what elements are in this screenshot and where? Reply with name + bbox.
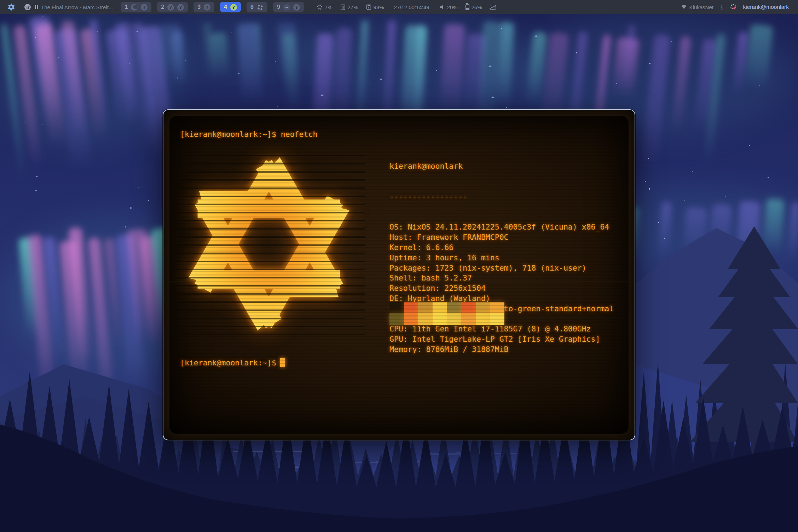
tray-icon[interactable] — [730, 3, 737, 11]
app-icon-question — [141, 4, 148, 11]
network-ssid: KlukasNet — [689, 4, 713, 10]
idle-inhibitor-icon — [490, 5, 496, 10]
palette-block — [476, 302, 490, 313]
desktop: ✦✦✦✦✦ — [0, 0, 798, 532]
volume-value: 20% — [447, 4, 458, 10]
neofetch-line: Uptime: 3 hours, 16 mins — [389, 253, 614, 263]
neofetch-line: CPU: 11th Gen Intel i7-1185G7 (8) @ 4.80… — [389, 324, 614, 334]
battery-icon — [466, 4, 469, 10]
neofetch-lines: OS: NixOS 24.11.20241225.4005c3f (Vicuna… — [389, 222, 614, 354]
bar-left-modules: The Final Arrow - Marc Streit... 123489 … — [0, 2, 496, 12]
clock[interactable]: 27/12 00:14:49 — [394, 4, 429, 10]
workspace-3[interactable]: 3 — [193, 2, 214, 12]
terminal-cursor — [280, 358, 285, 367]
neofetch-separator: ----------------- — [389, 192, 614, 202]
shell-prompt: [kierank@moonlark:~]$ — [180, 130, 276, 139]
neofetch-line: Resolution: 798x532 — [389, 283, 614, 294]
pause-icon — [35, 5, 38, 9]
bar-right-modules: KlukasNet ᛒ kierank@moonlark — [681, 3, 798, 11]
volume-module[interactable]: 20% — [439, 4, 458, 10]
palette-block — [404, 313, 418, 325]
workspace-2[interactable]: 2 — [157, 2, 188, 12]
clock-value: 27/12 00:14:49 — [394, 4, 429, 10]
palette-block — [461, 313, 476, 325]
terminal-window[interactable]: [kierank@moonlark:~]$ neofetch kierank@m… — [163, 109, 635, 440]
workspace-9[interactable]: 9 — [273, 2, 304, 12]
battery-value: 26% — [472, 4, 482, 10]
spotify-icon — [24, 4, 31, 11]
system-stats: 7% 27% 93% 27/12 00:14:49 — [317, 4, 496, 10]
shell-prompt-line[interactable]: [kierank@moonlark:~]$ — [180, 358, 285, 367]
neofetch-line: Shell: bash 5.2.37 — [389, 273, 614, 283]
workspace-number: 2 — [161, 4, 164, 10]
nix-snowflake-icon — [7, 3, 15, 11]
neofetch-info: kierank@moonlark ----------------- OS: N… — [389, 141, 614, 375]
palette-block — [389, 313, 404, 325]
app-icon-question — [177, 4, 184, 11]
battery-module[interactable]: 26% — [466, 4, 482, 10]
palette-block — [404, 302, 418, 313]
cpu-module[interactable]: 7% — [317, 4, 332, 10]
cpu-icon — [317, 4, 323, 10]
media-title: The Final Arrow - Marc Streit... — [41, 4, 113, 10]
palette-block — [490, 302, 504, 313]
neofetch-line: GPU: Intel TigerLake-LP GT2 [Iris Xe Gra… — [389, 334, 614, 345]
palette-block — [447, 302, 461, 313]
cpu-value: 7% — [325, 4, 332, 10]
app-icon-question — [204, 4, 210, 11]
neofetch-line: Packages: 1723 (nix-system), 718 (nix-us… — [389, 263, 614, 273]
palette-block — [490, 313, 504, 325]
bluetooth-icon[interactable]: ᛒ — [720, 4, 723, 11]
network-module[interactable]: KlukasNet — [681, 4, 713, 10]
terminal-screen[interactable]: [kierank@moonlark:~]$ neofetch kierank@m… — [169, 116, 629, 434]
app-icon-question — [293, 4, 300, 11]
memory-module[interactable]: 27% — [340, 4, 358, 10]
palette-row-normal — [389, 302, 504, 313]
palette-block — [418, 313, 433, 325]
idle-inhibitor-module[interactable] — [490, 5, 496, 10]
screen-seam — [169, 306, 629, 306]
screen-seam — [169, 281, 629, 282]
media-player-module[interactable]: The Final Arrow - Marc Streit... — [24, 4, 113, 11]
command-line: [kierank@moonlark:~]$ neofetch — [180, 130, 317, 139]
memory-icon — [340, 4, 346, 10]
palette-block — [418, 302, 433, 313]
nixos-menu-button[interactable] — [7, 3, 16, 11]
workspace-1[interactable]: 1 — [121, 2, 151, 12]
status-bar: The Final Arrow - Marc Streit... 123489 … — [0, 0, 798, 14]
user-indicator[interactable]: kierank@moonlark — [743, 4, 789, 10]
neofetch-line: Kernel: 6.6.66 — [389, 243, 614, 253]
shell-prompt: [kierank@moonlark:~]$ — [180, 358, 276, 367]
workspace-4-active[interactable]: 4 — [220, 2, 241, 12]
neofetch-header: kierank@moonlark — [389, 161, 614, 172]
workspaces: 123489 — [121, 2, 303, 12]
terminal-color-palette — [389, 302, 504, 325]
disk-value: 93% — [374, 4, 384, 10]
workspace-number: 8 — [250, 4, 254, 10]
palette-block — [461, 302, 476, 313]
workspace-number: 4 — [224, 4, 227, 10]
workspace-number: 3 — [197, 4, 201, 10]
app-icon-moon — [131, 4, 138, 11]
app-icon-wave — [283, 4, 290, 11]
disk-icon — [366, 4, 371, 10]
palette-block — [433, 302, 447, 313]
palette-block — [389, 302, 404, 313]
workspace-number: 1 — [125, 4, 128, 10]
workspace-8[interactable]: 8 — [247, 2, 267, 12]
app-icon-question-green — [230, 4, 237, 11]
neofetch-line: Host: Framework FRANBMCP0C — [389, 232, 614, 243]
palette-row-bright — [389, 313, 504, 325]
nixos-ascii-logo — [175, 150, 363, 338]
palette-block — [433, 313, 447, 325]
neofetch-line: OS: NixOS 24.11.20241225.4005c3f (Vicuna… — [389, 222, 614, 232]
memory-value: 27% — [348, 4, 358, 10]
neofetch-line: Memory: 8786MiB / 31887MiB — [389, 345, 614, 355]
wifi-icon — [681, 5, 687, 10]
app-icon-question — [167, 4, 174, 11]
disk-module[interactable]: 93% — [366, 4, 384, 10]
workspace-number: 9 — [277, 4, 280, 10]
palette-block — [476, 313, 490, 325]
volume-icon — [439, 4, 445, 10]
palette-block — [447, 313, 461, 325]
